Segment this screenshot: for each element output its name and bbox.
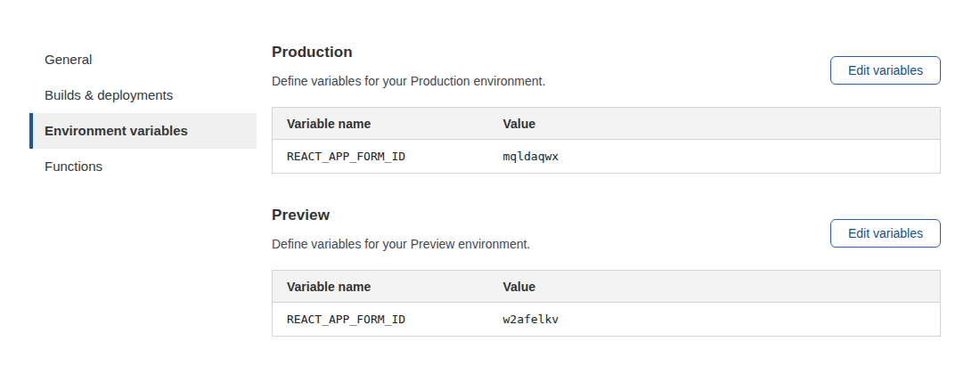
column-header-value: Value	[489, 271, 941, 303]
table-header-row: Variable name Value	[273, 271, 941, 303]
column-header-value: Value	[489, 108, 941, 140]
table-header-row: Variable name Value	[273, 108, 941, 140]
sidebar-item-builds-deployments[interactable]: Builds & deployments	[29, 77, 257, 113]
preview-variables-table: Variable name Value REACT_APP_FORM_ID w2…	[272, 270, 941, 337]
preview-edit-variables-button[interactable]: Edit variables	[830, 219, 941, 248]
sidebar-item-functions[interactable]: Functions	[29, 149, 257, 184]
sidebar-item-environment-variables[interactable]: Environment variables	[29, 113, 257, 149]
variable-value-cell: w2afelkv	[489, 303, 941, 337]
production-variables-table: Variable name Value REACT_APP_FORM_ID mq…	[272, 107, 941, 174]
production-section: Production Define variables for your Pro…	[272, 44, 941, 174]
preview-section: Preview Define variables for your Previe…	[272, 207, 941, 337]
sidebar-item-general[interactable]: General	[29, 42, 257, 77]
settings-sidebar: General Builds & deployments Environment…	[29, 42, 257, 184]
variable-name-cell: REACT_APP_FORM_ID	[273, 140, 489, 174]
main-content: Production Define variables for your Pro…	[272, 0, 941, 337]
variable-value-cell: mqldaqwx	[489, 140, 941, 174]
production-edit-variables-button[interactable]: Edit variables	[830, 56, 941, 85]
table-row: REACT_APP_FORM_ID mqldaqwx	[273, 140, 941, 174]
variable-name-cell: REACT_APP_FORM_ID	[273, 303, 489, 337]
column-header-variable-name: Variable name	[273, 271, 489, 303]
table-row: REACT_APP_FORM_ID w2afelkv	[273, 303, 941, 337]
column-header-variable-name: Variable name	[273, 108, 489, 140]
